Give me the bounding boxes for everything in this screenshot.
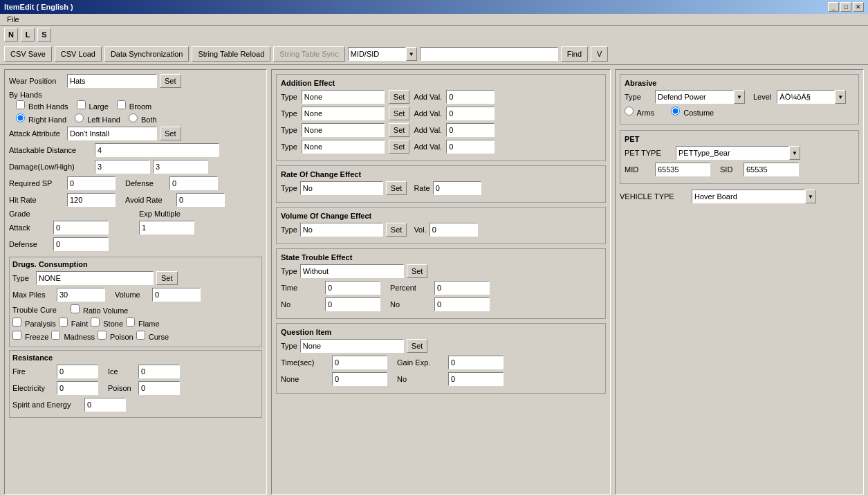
ae-type-input-1[interactable] <box>302 107 385 120</box>
abrasive-level-combo[interactable]: ▼ <box>777 90 846 104</box>
close-button[interactable]: ✕ <box>853 2 864 12</box>
pet-mid-input[interactable] <box>655 163 710 176</box>
qi-gainexp-input[interactable] <box>448 356 504 369</box>
max-piles-input[interactable] <box>57 288 105 302</box>
st-type-input[interactable] <box>300 264 404 278</box>
attack-attr-set[interactable]: Set <box>160 127 181 140</box>
qi-timesec-input[interactable] <box>332 356 387 369</box>
both-radio[interactable]: Both <box>129 113 157 124</box>
poison-check[interactable]: Poison <box>98 331 133 341</box>
vehicle-type-combo[interactable]: ▼ <box>692 190 816 203</box>
stone-check[interactable]: Stone <box>91 318 123 328</box>
freeze-check[interactable]: Freeze <box>12 331 48 341</box>
abrasive-level-input[interactable] <box>777 90 835 104</box>
search-input[interactable] <box>420 47 558 61</box>
st-percent-input[interactable] <box>434 281 490 295</box>
abrasive-type-arrow[interactable]: ▼ <box>734 90 745 104</box>
ae-type-input-2[interactable] <box>302 123 385 137</box>
csv-save-button[interactable]: CSV Save <box>4 46 52 62</box>
ratio-volume-check[interactable]: Ratio Volume <box>71 304 129 315</box>
qi-none-input[interactable] <box>332 372 387 386</box>
st-no1-input[interactable] <box>325 297 380 311</box>
flame-check[interactable]: Flame <box>126 318 160 328</box>
menu-file[interactable]: File <box>3 14 24 25</box>
ae-type-input-3[interactable] <box>302 140 385 154</box>
vehicle-type-arrow[interactable]: ▼ <box>805 190 816 203</box>
damage-high-input[interactable] <box>153 160 208 174</box>
shortcut-l[interactable]: L <box>21 28 35 42</box>
exp-multiple-input[interactable] <box>139 221 194 235</box>
pet-type-input[interactable] <box>676 146 789 160</box>
abrasive-type-combo[interactable]: ▼ <box>655 90 745 104</box>
defense-val-input[interactable] <box>53 237 109 251</box>
right-hand-radio[interactable]: Right Hand <box>16 113 66 124</box>
spirit-input[interactable] <box>84 398 126 412</box>
abrasive-level-arrow[interactable]: ▼ <box>835 90 846 104</box>
pet-type-arrow[interactable]: ▼ <box>789 146 800 160</box>
attack-attr-input[interactable] <box>67 127 157 140</box>
midsid-arrow[interactable]: ▼ <box>406 47 417 61</box>
curse-check[interactable]: Curse <box>136 331 169 341</box>
req-sp-input[interactable] <box>67 176 116 190</box>
st-no2-input[interactable] <box>434 297 490 311</box>
string-reload-button[interactable]: String Table Reload <box>192 46 270 62</box>
hit-rate-input[interactable] <box>67 193 116 207</box>
abrasive-type-combo-input[interactable] <box>655 90 734 104</box>
defense-input[interactable] <box>169 176 218 190</box>
maximize-button[interactable]: □ <box>840 2 851 12</box>
vehicle-type-input[interactable] <box>692 190 805 203</box>
left-hand-radio[interactable]: Left Hand <box>75 113 120 124</box>
ae-set-3[interactable]: Set <box>389 140 410 154</box>
minimize-button[interactable]: _ <box>828 2 839 12</box>
shortcut-n[interactable]: N <box>4 28 18 42</box>
arms-radio[interactable]: Arms <box>625 107 654 117</box>
rate-type-input[interactable] <box>300 181 383 195</box>
ae-addval-0[interactable] <box>446 90 495 104</box>
rate-input[interactable] <box>433 181 481 195</box>
broom-check[interactable]: Broom <box>117 100 151 111</box>
faint-check[interactable]: Faint <box>59 318 89 328</box>
string-sync-button[interactable]: String Table Sync <box>273 46 344 62</box>
ae-addval-1[interactable] <box>446 107 495 120</box>
qi-no-input[interactable] <box>448 372 504 386</box>
qi-type-input[interactable] <box>300 339 404 353</box>
pet-type-combo[interactable]: ▼ <box>676 146 800 160</box>
st-set-btn[interactable]: Set <box>407 264 428 278</box>
vol-set-btn[interactable]: Set <box>386 223 407 237</box>
find-button[interactable]: Find <box>561 46 588 62</box>
ae-addval-3[interactable] <box>446 140 495 154</box>
fire-input[interactable] <box>57 365 98 378</box>
large-check[interactable]: Large <box>77 100 109 111</box>
ae-type-input-0[interactable] <box>302 90 385 104</box>
v-button[interactable]: V <box>591 46 608 62</box>
shortcut-s[interactable]: S <box>37 28 51 42</box>
ae-set-2[interactable]: Set <box>389 123 410 137</box>
avoid-rate-input[interactable] <box>176 193 225 207</box>
madness-check[interactable]: Madness <box>51 331 95 341</box>
ice-input[interactable] <box>138 365 180 378</box>
rate-set-btn[interactable]: Set <box>386 181 407 195</box>
ae-set-0[interactable]: Set <box>389 90 410 104</box>
wear-position-input[interactable] <box>67 74 157 88</box>
res-poison-input[interactable] <box>138 381 180 395</box>
costume-radio[interactable]: Costume <box>671 107 714 117</box>
electricity-input[interactable] <box>57 381 98 395</box>
drugs-set-btn[interactable]: Set <box>156 271 178 285</box>
drugs-type-input[interactable] <box>36 271 154 285</box>
ae-addval-2[interactable] <box>446 123 495 137</box>
st-time-input[interactable] <box>325 281 380 295</box>
midsid-combo[interactable]: ▼ <box>348 47 417 61</box>
pet-sid-input[interactable] <box>744 163 799 176</box>
attackable-dist-input[interactable] <box>95 143 219 157</box>
volume-input[interactable] <box>152 288 201 302</box>
damage-low-input[interactable] <box>95 160 150 174</box>
attack-val-input[interactable] <box>53 221 109 235</box>
paralysis-check[interactable]: Paralysis <box>12 318 56 328</box>
both-hands-check[interactable]: Both Hands <box>16 100 68 111</box>
vol-input[interactable] <box>430 223 478 237</box>
qi-set-btn[interactable]: Set <box>407 339 428 353</box>
midsid-input[interactable] <box>348 47 406 61</box>
csv-load-button[interactable]: CSV Load <box>55 46 102 62</box>
ae-set-1[interactable]: Set <box>389 107 410 120</box>
vol-type-input[interactable] <box>300 223 383 237</box>
